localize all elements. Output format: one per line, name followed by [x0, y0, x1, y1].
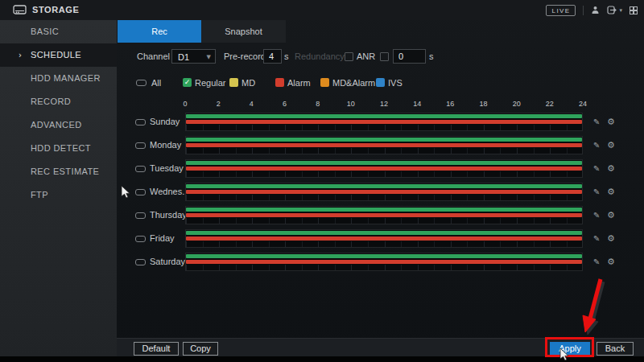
timeline-track[interactable] [185, 206, 583, 224]
default-button[interactable]: Default [134, 342, 179, 356]
timeline-ticks [186, 241, 582, 247]
regular-record-bar [186, 114, 582, 118]
anr-time-checkbox[interactable] [380, 52, 389, 61]
alarm-record-bar [186, 143, 582, 147]
day-checkbox[interactable] [135, 189, 146, 195]
sidebar-item-schedule[interactable]: ›SCHEDULE [0, 43, 117, 67]
sidebar-item-label: SCHEDULE [31, 50, 81, 60]
timeline-track[interactable] [185, 113, 583, 131]
pre-record-unit: s [284, 50, 289, 63]
schedule-row-tuesday: Tuesday✎⚙ [0, 159, 644, 178]
timeline-track[interactable] [185, 159, 583, 178]
logout-icon[interactable] [607, 3, 617, 18]
edit-pencil-icon[interactable]: ✎ [593, 183, 600, 201]
live-button[interactable]: LIVE [546, 5, 576, 16]
timeline-ticks [186, 265, 582, 270]
channel-label: Channel [137, 50, 170, 63]
all-checkbox[interactable] [136, 80, 147, 86]
sidebar-item-label: RECORD [31, 97, 71, 106]
day-checkbox[interactable] [135, 212, 146, 219]
day-label: Wednes... [150, 183, 189, 201]
settings-gear-icon[interactable]: ⚙ [607, 183, 615, 201]
day-checkbox[interactable] [135, 236, 146, 242]
settings-gear-icon[interactable]: ⚙ [607, 253, 615, 271]
hour-tick-label: 14 [407, 100, 427, 108]
schedule-row-sunday: Sunday✎⚙ [0, 113, 644, 131]
channel-value: D1 [178, 52, 189, 62]
bottom-strip [0, 356, 644, 362]
edit-pencil-icon[interactable]: ✎ [593, 136, 600, 154]
hour-tick-label: 6 [275, 100, 295, 108]
layout-grid-icon[interactable] [630, 3, 638, 18]
settings-gear-icon[interactable]: ⚙ [607, 136, 615, 154]
pre-record-input[interactable] [263, 49, 282, 64]
anr-time-input[interactable] [393, 49, 426, 64]
timeline-track[interactable] [185, 253, 583, 271]
copy-button[interactable]: Copy [183, 342, 218, 356]
legend-label: Alarm [287, 77, 311, 88]
timeline-track[interactable] [185, 229, 583, 248]
edit-pencil-icon[interactable]: ✎ [593, 253, 600, 271]
chevron-down-icon[interactable]: ▾ [619, 7, 622, 14]
hour-tick-label: 0 [175, 100, 195, 108]
legend-label: MD&Alarm [332, 77, 375, 88]
user-icon[interactable] [591, 3, 600, 18]
regular-record-bar [186, 184, 582, 188]
selected-arrow-icon: › [19, 43, 22, 67]
alarm-record-bar [186, 120, 582, 124]
edit-pencil-icon[interactable]: ✎ [593, 229, 600, 248]
day-checkbox[interactable] [135, 166, 146, 172]
sidebar-item-label: HDD MANAGER [31, 73, 101, 83]
divider [583, 6, 584, 15]
regular-record-bar [186, 161, 582, 165]
chevron-down-icon: ▼ [207, 50, 211, 64]
alarm-record-bar [186, 213, 582, 217]
legend-checkbox-regular[interactable]: ✓ [183, 78, 192, 87]
legend-checkbox-alarm[interactable] [275, 78, 284, 87]
redundancy-label: Redundancy [295, 50, 345, 63]
day-checkbox[interactable] [135, 259, 146, 265]
tab-rec[interactable]: Rec [118, 20, 201, 43]
settings-gear-icon[interactable]: ⚙ [607, 229, 615, 248]
pre-record-label: Pre-record [224, 50, 266, 63]
legend-checkbox-md&alarm[interactable] [320, 78, 329, 87]
edit-pencil-icon[interactable]: ✎ [593, 113, 600, 131]
alarm-record-bar [186, 260, 582, 264]
anr-time-unit: s [429, 50, 434, 63]
anr-checkbox[interactable] [345, 52, 353, 61]
settings-gear-icon[interactable]: ⚙ [607, 113, 615, 131]
legend-checkbox-ivs[interactable] [376, 78, 385, 87]
all-label: All [151, 77, 161, 88]
hour-tick-label: 20 [507, 100, 526, 108]
timeline-ticks [186, 171, 582, 177]
regular-record-bar [186, 254, 582, 258]
settings-gear-icon[interactable]: ⚙ [607, 159, 615, 178]
day-checkbox[interactable] [135, 142, 146, 149]
apply-button[interactable]: Apply [550, 342, 590, 356]
day-label: Saturday [150, 253, 185, 271]
hour-tick-label: 24 [573, 100, 592, 108]
hour-tick-label: 16 [440, 100, 460, 108]
sidebar-item-record[interactable]: RECORD [0, 90, 117, 113]
schedule-row-wednes: Wednes...✎⚙ [0, 183, 644, 201]
settings-gear-icon[interactable]: ⚙ [607, 206, 615, 224]
day-label: Tuesday [150, 159, 184, 178]
titlebar-actions: LIVE ▾ [546, 0, 638, 20]
timeline-ticks [186, 148, 582, 154]
timeline-track[interactable] [185, 183, 583, 201]
nvr-storage-schedule-screen: STORAGE LIVE ▾ [0, 0, 644, 362]
day-checkbox[interactable] [135, 119, 146, 125]
sidebar-item-basic[interactable]: BASIC [0, 20, 117, 43]
timeline-ticks [186, 218, 582, 224]
edit-pencil-icon[interactable]: ✎ [593, 159, 600, 178]
hour-tick-label: 4 [242, 100, 261, 108]
tab-snapshot[interactable]: Snapshot [201, 20, 286, 43]
timeline-track[interactable] [185, 136, 583, 154]
back-button[interactable]: Back [597, 342, 634, 356]
legend-checkbox-md[interactable] [229, 78, 238, 87]
sidebar-item-hdd-manager[interactable]: HDD MANAGER [0, 67, 117, 90]
hour-tick-label: 8 [308, 100, 328, 108]
hour-tick-label: 12 [374, 100, 394, 108]
edit-pencil-icon[interactable]: ✎ [593, 206, 600, 224]
channel-select[interactable]: D1 ▼ [171, 49, 216, 64]
